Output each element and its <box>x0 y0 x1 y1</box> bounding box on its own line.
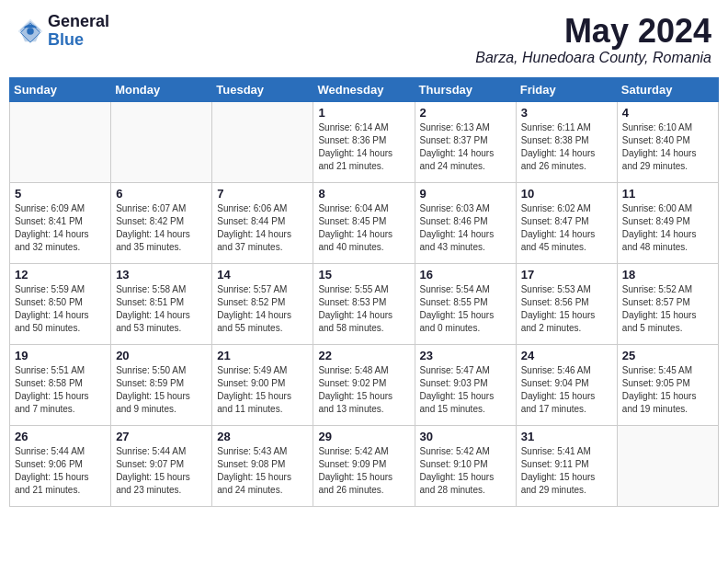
day-info: Sunrise: 5:44 AM Sunset: 9:06 PM Dayligh… <box>15 445 106 497</box>
logo-general: General <box>48 13 109 31</box>
week-row-1: 1Sunrise: 6:14 AM Sunset: 8:36 PM Daylig… <box>10 101 719 182</box>
calendar-table: SundayMondayTuesdayWednesdayThursdayFrid… <box>9 77 719 507</box>
calendar-cell <box>111 101 212 182</box>
day-number: 14 <box>217 268 308 282</box>
calendar-cell: 6Sunrise: 6:07 AM Sunset: 8:42 PM Daylig… <box>111 182 212 263</box>
day-number: 15 <box>318 268 409 282</box>
day-info: Sunrise: 6:06 AM Sunset: 8:44 PM Dayligh… <box>217 202 308 254</box>
calendar-cell <box>212 101 313 182</box>
day-number: 23 <box>420 349 511 362</box>
weekday-header-sunday: Sunday <box>10 77 111 101</box>
weekday-header-tuesday: Tuesday <box>212 77 313 101</box>
day-number: 7 <box>217 187 308 201</box>
day-number: 24 <box>521 349 612 362</box>
calendar-cell: 20Sunrise: 5:50 AM Sunset: 8:59 PM Dayli… <box>111 344 212 425</box>
calendar-cell: 12Sunrise: 5:59 AM Sunset: 8:50 PM Dayli… <box>10 263 111 344</box>
day-number: 8 <box>318 187 409 201</box>
calendar-cell: 28Sunrise: 5:43 AM Sunset: 9:08 PM Dayli… <box>212 425 313 506</box>
day-info: Sunrise: 5:47 AM Sunset: 9:03 PM Dayligh… <box>420 364 511 416</box>
day-number: 22 <box>318 349 409 362</box>
day-number: 2 <box>420 106 511 120</box>
day-info: Sunrise: 5:59 AM Sunset: 8:50 PM Dayligh… <box>15 283 106 335</box>
title-block: May 2024 Barza, Hunedoara County, Romani… <box>475 13 711 66</box>
week-row-5: 26Sunrise: 5:44 AM Sunset: 9:06 PM Dayli… <box>10 425 719 506</box>
day-number: 13 <box>116 268 207 282</box>
day-number: 21 <box>217 349 308 362</box>
calendar-cell: 1Sunrise: 6:14 AM Sunset: 8:36 PM Daylig… <box>313 101 415 182</box>
day-info: Sunrise: 6:14 AM Sunset: 8:36 PM Dayligh… <box>318 121 409 173</box>
calendar-cell: 24Sunrise: 5:46 AM Sunset: 9:04 PM Dayli… <box>516 344 617 425</box>
weekday-header-wednesday: Wednesday <box>313 77 415 101</box>
day-info: Sunrise: 5:55 AM Sunset: 8:53 PM Dayligh… <box>318 283 409 335</box>
weekday-header-friday: Friday <box>516 77 617 101</box>
calendar-cell: 8Sunrise: 6:04 AM Sunset: 8:45 PM Daylig… <box>313 182 415 263</box>
day-info: Sunrise: 5:48 AM Sunset: 9:02 PM Dayligh… <box>318 364 409 416</box>
day-info: Sunrise: 5:50 AM Sunset: 8:59 PM Dayligh… <box>116 364 207 416</box>
day-number: 30 <box>420 430 511 443</box>
day-number: 10 <box>521 187 612 201</box>
weekday-header-thursday: Thursday <box>415 77 516 101</box>
day-number: 3 <box>521 106 612 120</box>
day-number: 31 <box>521 430 612 443</box>
calendar-cell: 18Sunrise: 5:52 AM Sunset: 8:57 PM Dayli… <box>617 263 718 344</box>
day-number: 4 <box>622 106 713 120</box>
location-title: Barza, Hunedoara County, Romania <box>475 50 711 66</box>
calendar-cell: 23Sunrise: 5:47 AM Sunset: 9:03 PM Dayli… <box>415 344 516 425</box>
calendar-header: SundayMondayTuesdayWednesdayThursdayFrid… <box>10 77 719 101</box>
day-number: 16 <box>420 268 511 282</box>
day-info: Sunrise: 5:49 AM Sunset: 9:00 PM Dayligh… <box>217 364 308 416</box>
day-number: 11 <box>622 187 713 201</box>
day-info: Sunrise: 5:44 AM Sunset: 9:07 PM Dayligh… <box>116 445 207 497</box>
day-info: Sunrise: 6:11 AM Sunset: 8:38 PM Dayligh… <box>521 121 612 173</box>
calendar-cell: 31Sunrise: 5:41 AM Sunset: 9:11 PM Dayli… <box>516 425 617 506</box>
day-info: Sunrise: 5:43 AM Sunset: 9:08 PM Dayligh… <box>217 445 308 497</box>
calendar-cell: 5Sunrise: 6:09 AM Sunset: 8:41 PM Daylig… <box>10 182 111 263</box>
weekday-header-row: SundayMondayTuesdayWednesdayThursdayFrid… <box>10 77 719 101</box>
calendar-cell: 26Sunrise: 5:44 AM Sunset: 9:06 PM Dayli… <box>10 425 111 506</box>
calendar-cell: 9Sunrise: 6:03 AM Sunset: 8:46 PM Daylig… <box>415 182 516 263</box>
day-info: Sunrise: 5:42 AM Sunset: 9:09 PM Dayligh… <box>318 445 409 497</box>
day-info: Sunrise: 6:07 AM Sunset: 8:42 PM Dayligh… <box>116 202 207 254</box>
day-info: Sunrise: 6:03 AM Sunset: 8:46 PM Dayligh… <box>420 202 511 254</box>
day-info: Sunrise: 6:13 AM Sunset: 8:37 PM Dayligh… <box>420 121 511 173</box>
day-number: 28 <box>217 430 308 443</box>
logo: General Blue <box>17 13 109 50</box>
day-info: Sunrise: 5:52 AM Sunset: 8:57 PM Dayligh… <box>622 283 713 335</box>
day-info: Sunrise: 5:54 AM Sunset: 8:55 PM Dayligh… <box>420 283 511 335</box>
day-number: 27 <box>116 430 207 443</box>
calendar-cell: 11Sunrise: 6:00 AM Sunset: 8:49 PM Dayli… <box>617 182 718 263</box>
day-info: Sunrise: 5:51 AM Sunset: 8:58 PM Dayligh… <box>15 364 106 416</box>
calendar-cell <box>10 101 111 182</box>
calendar-cell: 13Sunrise: 5:58 AM Sunset: 8:51 PM Dayli… <box>111 263 212 344</box>
day-info: Sunrise: 5:41 AM Sunset: 9:11 PM Dayligh… <box>521 445 612 497</box>
day-info: Sunrise: 5:45 AM Sunset: 9:05 PM Dayligh… <box>622 364 713 416</box>
calendar-cell: 22Sunrise: 5:48 AM Sunset: 9:02 PM Dayli… <box>313 344 415 425</box>
week-row-3: 12Sunrise: 5:59 AM Sunset: 8:50 PM Dayli… <box>10 263 719 344</box>
day-number: 17 <box>521 268 612 282</box>
day-info: Sunrise: 6:09 AM Sunset: 8:41 PM Dayligh… <box>15 202 106 254</box>
day-info: Sunrise: 6:00 AM Sunset: 8:49 PM Dayligh… <box>622 202 713 254</box>
calendar-cell: 25Sunrise: 5:45 AM Sunset: 9:05 PM Dayli… <box>617 344 718 425</box>
svg-point-2 <box>27 28 34 35</box>
day-number: 6 <box>116 187 207 201</box>
day-info: Sunrise: 6:04 AM Sunset: 8:45 PM Dayligh… <box>318 202 409 254</box>
calendar-cell: 17Sunrise: 5:53 AM Sunset: 8:56 PM Dayli… <box>516 263 617 344</box>
weekday-header-monday: Monday <box>111 77 212 101</box>
calendar-cell: 29Sunrise: 5:42 AM Sunset: 9:09 PM Dayli… <box>313 425 415 506</box>
calendar-cell: 19Sunrise: 5:51 AM Sunset: 8:58 PM Dayli… <box>10 344 111 425</box>
logo-icon <box>17 17 44 45</box>
calendar-cell: 14Sunrise: 5:57 AM Sunset: 8:52 PM Dayli… <box>212 263 313 344</box>
calendar-cell: 27Sunrise: 5:44 AM Sunset: 9:07 PM Dayli… <box>111 425 212 506</box>
page-header: General Blue May 2024 Barza, Hunedoara C… <box>9 9 719 70</box>
day-number: 26 <box>15 430 106 443</box>
day-info: Sunrise: 5:42 AM Sunset: 9:10 PM Dayligh… <box>420 445 511 497</box>
calendar-cell: 30Sunrise: 5:42 AM Sunset: 9:10 PM Dayli… <box>415 425 516 506</box>
week-row-2: 5Sunrise: 6:09 AM Sunset: 8:41 PM Daylig… <box>10 182 719 263</box>
day-info: Sunrise: 5:46 AM Sunset: 9:04 PM Dayligh… <box>521 364 612 416</box>
day-number: 19 <box>15 349 106 362</box>
day-info: Sunrise: 6:10 AM Sunset: 8:40 PM Dayligh… <box>622 121 713 173</box>
logo-text: General Blue <box>48 13 109 50</box>
calendar-cell <box>617 425 718 506</box>
week-row-4: 19Sunrise: 5:51 AM Sunset: 8:58 PM Dayli… <box>10 344 719 425</box>
calendar-body: 1Sunrise: 6:14 AM Sunset: 8:36 PM Daylig… <box>10 101 719 506</box>
